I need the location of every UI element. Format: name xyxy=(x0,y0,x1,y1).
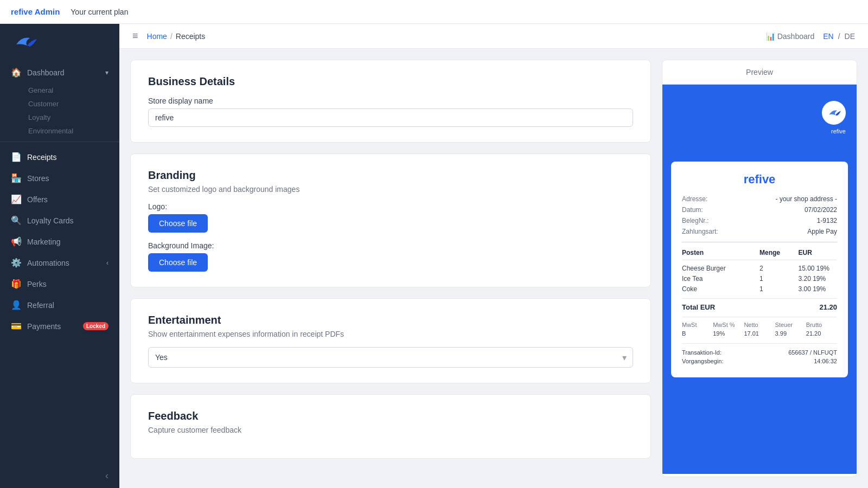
sidebar-collapse-button[interactable]: ‹ xyxy=(0,464,119,488)
item-qty: 1 xyxy=(760,285,799,293)
sidebar-item-stores[interactable]: 🏪 Stores xyxy=(0,168,119,189)
beleg-label: BelegNr.: xyxy=(682,217,709,224)
sidebar-item-receipts[interactable]: 📄 Receipts xyxy=(0,146,119,168)
header-right: 📊 Dashboard EN / DE xyxy=(766,32,855,41)
sidebar-item-label: Referral xyxy=(27,301,54,310)
total-value: 21.20 xyxy=(819,303,837,311)
transaktion-label: Transaktion-Id: xyxy=(682,349,722,356)
receipt-inner: refive Adresse: - your shop address - Da… xyxy=(671,162,848,377)
col-posten: Posten xyxy=(682,249,760,256)
vorgangs-row: Vorgangsbegin: 14:06:32 xyxy=(682,358,837,364)
sidebar-item-referral[interactable]: 👤 Referral xyxy=(0,294,119,316)
lang-en[interactable]: EN xyxy=(823,32,833,41)
receipt-table-header: Posten Menge EUR xyxy=(682,249,837,260)
locked-badge: Locked xyxy=(83,322,108,330)
col-menge: Menge xyxy=(760,249,799,256)
chevron-left-icon: ‹ xyxy=(106,259,108,267)
sidebar-item-perks[interactable]: 🎁 Perks xyxy=(0,273,119,294)
sidebar-item-offers[interactable]: 📈 Offers xyxy=(0,189,119,210)
transaktion-value: 656637 / NLFUQT xyxy=(788,349,837,356)
sidebar-item-label: Receipts xyxy=(27,153,56,162)
date-label: Datum: xyxy=(682,206,703,214)
sidebar-item-customer[interactable]: Customer xyxy=(0,97,119,110)
entertainment-card: Entertainment Show entertainment expense… xyxy=(130,298,651,383)
payments-icon: 💳 xyxy=(11,321,22,331)
content-header: ≡ Home / Receipts 📊 Dashboard EN / DE xyxy=(119,24,868,49)
breadcrumb-home[interactable]: Home xyxy=(147,32,167,41)
business-details-title: Business Details xyxy=(148,75,633,88)
plan-label: Your current plan xyxy=(71,8,128,16)
receipt-date-row: Datum: 07/02/2022 xyxy=(682,206,837,214)
item-price: 3.20 19% xyxy=(799,275,838,282)
receipts-icon: 📄 xyxy=(11,152,22,162)
sidebar-item-label: Marketing xyxy=(27,237,60,246)
table-row: Coke 1 3.00 19% xyxy=(682,285,837,293)
dashboard-icon: 🏠 xyxy=(11,67,22,78)
preview-header: Preview xyxy=(662,60,857,85)
sidebar-item-dashboard[interactable]: 🏠 Dashboard ▾ xyxy=(0,62,119,83)
vorgangs-value: 14:06:32 xyxy=(814,358,837,364)
item-price: 15.00 19% xyxy=(799,265,838,272)
logo-choose-file-button[interactable]: Choose file xyxy=(148,214,208,233)
feedback-subtitle: Capture customer feedback xyxy=(148,426,633,434)
main-layout: 🏠 Dashboard ▾ General Customer Loyalty E… xyxy=(0,24,868,488)
background-label: Background Image: xyxy=(148,241,633,250)
address-value: - your shop address - xyxy=(776,195,837,203)
item-qty: 2 xyxy=(760,265,799,272)
feedback-card: Feedback Capture customer feedback xyxy=(130,394,651,459)
preview-column: Preview refive xyxy=(662,60,857,477)
store-name-input[interactable] xyxy=(148,108,633,127)
dashboard-link[interactable]: 📊 Dashboard xyxy=(766,32,815,41)
sidebar-item-label: Loyalty Cards xyxy=(27,216,74,225)
lang-de[interactable]: DE xyxy=(845,32,855,41)
breadcrumb: Home / Receipts xyxy=(147,32,206,41)
logo-label: Logo: xyxy=(148,202,633,211)
business-details-card: Business Details Store display name xyxy=(130,60,651,143)
perks-icon: 🎁 xyxy=(11,279,22,289)
receipt-tax-header: MwSt MwSt % Netto Steuer Brutto xyxy=(682,317,837,328)
store-name-label: Store display name xyxy=(148,97,633,105)
vorgangs-label: Vorgangsbegin: xyxy=(682,358,723,364)
entertainment-subtitle: Show entertainment expenses information … xyxy=(148,330,633,338)
sidebar-item-loyalty[interactable]: Loyalty xyxy=(0,110,119,124)
branding-subtitle: Set customized logo and background image… xyxy=(148,185,633,194)
entertainment-select[interactable]: Yes No xyxy=(148,347,633,368)
sidebar-divider-1 xyxy=(0,142,119,142)
item-name: Ice Tea xyxy=(682,275,760,282)
sidebar-item-environmental[interactable]: Environmental xyxy=(0,124,119,137)
sidebar-item-payments[interactable]: 💳 Payments Locked xyxy=(0,316,119,337)
payment-value: Apple Pay xyxy=(807,228,837,235)
branding-title: Branding xyxy=(148,169,633,182)
receipt-beleg-row: BelegNr.: 1-9132 xyxy=(682,217,837,224)
receipt-footer: Transaktion-Id: 656637 / NLFUQT Vorgangs… xyxy=(682,343,837,364)
table-row: Cheese Burger 2 15.00 19% xyxy=(682,265,837,272)
address-label: Adresse: xyxy=(682,195,707,203)
lang-separator: / xyxy=(838,32,840,41)
receipt-address-row: Adresse: - your shop address - xyxy=(682,195,837,203)
referral-icon: 👤 xyxy=(11,300,22,310)
item-name: Cheese Burger xyxy=(682,265,760,272)
sidebar-item-general[interactable]: General xyxy=(0,83,119,97)
sidebar-item-label: Offers xyxy=(27,195,48,204)
sidebar-item-label: Stores xyxy=(27,174,49,183)
entertainment-select-wrap: Yes No ▾ xyxy=(148,347,633,368)
sidebar-item-automations[interactable]: ⚙️ Automations ‹ xyxy=(0,252,119,273)
beleg-value: 1-9132 xyxy=(817,217,837,224)
marketing-icon: 📢 xyxy=(11,236,22,247)
receipt-brand-name: refive xyxy=(682,172,837,187)
main-content: Business Details Store display name Bran… xyxy=(119,49,868,488)
feedback-title: Feedback xyxy=(148,410,633,422)
forms-column: Business Details Store display name Bran… xyxy=(130,60,651,477)
sidebar-item-marketing[interactable]: 📢 Marketing xyxy=(0,231,119,252)
hamburger-button[interactable]: ≡ xyxy=(132,30,138,42)
background-choose-file-button[interactable]: Choose file xyxy=(148,253,208,272)
breadcrumb-separator: / xyxy=(170,32,173,41)
automations-icon: ⚙️ xyxy=(11,258,22,268)
item-qty: 1 xyxy=(760,275,799,282)
sidebar-logo xyxy=(0,24,119,62)
offers-icon: 📈 xyxy=(11,194,22,204)
sidebar-item-label: Dashboard xyxy=(27,68,65,77)
sidebar-item-loyalty-cards[interactable]: 🔍 Loyalty Cards xyxy=(0,210,119,231)
loyalty-cards-icon: 🔍 xyxy=(11,215,22,226)
breadcrumb-current: Receipts xyxy=(176,32,205,41)
